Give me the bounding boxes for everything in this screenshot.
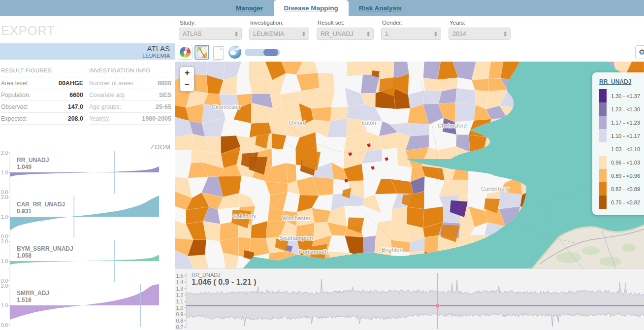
filter-label: Study:	[180, 20, 242, 26]
legend-title: RR_UNADJ	[599, 78, 643, 85]
legend-range-label: 0.96 - <1.03	[611, 160, 640, 165]
map-settings-button[interactable]: ⚙	[635, 45, 644, 59]
legend-swatch	[599, 102, 607, 116]
distribution-charts: 2.01.00.0RR_UNADJ1.0492.01.00.0CAR_RR_UN…	[0, 150, 175, 328]
stepper-arrows-icon	[235, 32, 238, 36]
select-gender[interactable]: 1	[381, 28, 441, 40]
filter-result-set: Result set:RR_UNADJ	[317, 20, 374, 40]
investigation-info-rows: Number of areas:8800Covariate adj:SESAge…	[89, 77, 171, 125]
select-value: ATLAS	[183, 31, 202, 37]
legend-item: 1.23 - <1.30	[599, 102, 643, 116]
map-zoom-out-button[interactable]: −	[180, 79, 194, 91]
legend-item: 0.96 - <1.03	[599, 156, 643, 169]
legend-rows: 1.30 - <1.371.23 - <1.301.17 - <1.231.10…	[599, 89, 643, 209]
svg-text:0.0: 0.0	[1, 234, 8, 239]
svg-text:0.0: 0.0	[1, 278, 8, 284]
color-scheme-button[interactable]	[178, 45, 193, 60]
city-label-southampton: Southampton	[279, 235, 313, 241]
table-row: Covariate adj:SES	[89, 89, 171, 101]
study-banner-name: ATLAS	[0, 44, 170, 53]
map-options-toggle[interactable]	[245, 49, 280, 56]
select-result-set[interactable]: RR_UNADJ	[317, 28, 374, 40]
legend-swatch	[599, 182, 607, 196]
legend-range-label: 0.75 - <0.82	[611, 199, 640, 205]
svg-text:2.0: 2.0	[1, 283, 8, 289]
basemap-globe-button[interactable]	[228, 46, 241, 59]
nav-tabs: ManagerDisease MappingRisk Analysis	[225, 0, 412, 16]
dist-chart-title: RR_UNADJ	[17, 157, 49, 164]
svg-text:1.0: 1.0	[1, 214, 8, 220]
select-value: 2014	[452, 31, 466, 37]
tab-risk-analysis[interactable]: Risk Analysis	[349, 0, 412, 16]
rr-band-value: 1.046 ( 0.9 - 1.21 )	[192, 278, 257, 287]
legend-item: 1.17 - <1.23	[599, 116, 643, 129]
svg-text:0.0: 0.0	[1, 190, 8, 195]
svg-text:2.0: 2.0	[1, 239, 8, 244]
legend-swatch	[599, 156, 607, 169]
legend-swatch	[599, 116, 607, 129]
dist-chart-smrr-adj[interactable]: 2.01.00.0SMRR_ADJ1.516	[0, 283, 175, 328]
svg-text:0.9: 0.9	[176, 311, 183, 317]
map-zoom-in-button[interactable]: +	[180, 67, 194, 79]
svg-text:1.0: 1.0	[176, 305, 183, 311]
city-label-oxford: Oxford	[289, 120, 306, 126]
filter-label: Investigation:	[250, 20, 309, 26]
tab-disease-mapping[interactable]: Disease Mapping	[274, 0, 349, 16]
legend-range-label: 0.89 - <0.96	[611, 173, 640, 179]
row-value: 8800	[158, 80, 171, 87]
row-label: Expected:	[1, 115, 27, 122]
select-investigation[interactable]: LEUKEMIA	[249, 28, 309, 40]
legend-item: 1.30 - <1.37	[599, 89, 643, 102]
svg-text:0.7: 0.7	[176, 324, 183, 330]
city-label-luton: Luton	[362, 120, 376, 126]
legend-swatch	[599, 129, 607, 142]
select-study[interactable]: ATLAS	[179, 28, 242, 40]
info-tables: RESULT FIGURES Area level:00AHGEPopulati…	[1, 67, 171, 125]
row-label: Covariate adj:	[89, 92, 126, 99]
select-years[interactable]: 2014	[449, 28, 511, 40]
svg-text:1.5: 1.5	[176, 273, 183, 279]
tab-manager[interactable]: Manager	[225, 0, 274, 16]
stepper-arrows-icon	[367, 32, 370, 36]
map-legend: RR_UNADJ 1.30 - <1.371.23 - <1.301.17 - …	[592, 72, 644, 215]
export-report-button[interactable]	[213, 46, 224, 60]
dist-chart-rr-unadj[interactable]: 2.01.00.0RR_UNADJ1.049	[0, 150, 175, 195]
svg-text:1.1: 1.1	[176, 298, 183, 304]
dist-chart-car-rr-unadj[interactable]: 2.01.00.0CAR_RR_UNADJ0.931	[0, 195, 175, 239]
top-navigation-bar: ManagerDisease MappingRisk Analysis	[0, 0, 644, 16]
svg-text:1.2: 1.2	[176, 292, 183, 298]
city-label-salisbury: Salisbury	[233, 213, 257, 219]
export-section-header[interactable]: EXPORT	[1, 23, 55, 38]
color-wheel-icon	[180, 47, 191, 58]
dist-chart-title: BYM_SSRR_UNADJ	[17, 245, 73, 252]
legend-range-label: 1.17 - <1.23	[611, 120, 640, 126]
filter-investigation: Investigation:LEUKEMIA	[249, 20, 309, 40]
svg-text:1.0: 1.0	[1, 170, 8, 175]
legend-range-label: 1.23 - <1.30	[611, 106, 640, 112]
rr-band-chart[interactable]: 1.51.41.31.21.11.00.90.80.7 RR_UNADJ 1.0…	[175, 268, 644, 330]
dist-chart-bym-ssrr-unadj[interactable]: 2.01.00.0BYM_SSRR_UNADJ1.058	[0, 239, 175, 283]
stepper-arrows-icon	[434, 32, 437, 36]
choropleth-map[interactable]: CirencesterOxfordLutonChelmsfordCanterbu…	[175, 62, 644, 268]
legend-item: 1.10 - <1.17	[599, 129, 643, 142]
stepper-arrows-icon	[302, 32, 305, 36]
study-banner-investigation: LEUKEMIA	[0, 53, 170, 59]
map-canvas[interactable]: CirencesterOxfordLutonChelmsfordCanterbu…	[175, 62, 644, 268]
choropleth-map-button[interactable]	[194, 45, 209, 60]
legend-range-label: 0.82 - <0.89	[611, 186, 640, 192]
legend-swatch	[599, 196, 607, 209]
row-value: 6600	[69, 92, 83, 99]
table-row: Area level:00AHGE	[1, 77, 83, 89]
select-value: 1	[385, 31, 388, 37]
legend-range-label: 1.10 - <1.17	[611, 133, 640, 139]
legend-swatch	[599, 142, 607, 156]
study-banner: ATLAS LEUKEMIA	[0, 43, 175, 60]
row-label: Area level:	[1, 80, 29, 87]
row-value: 1980-2005	[142, 115, 171, 122]
city-label-canterbury: Canterbury	[481, 186, 509, 192]
dist-chart-title: CAR_RR_UNADJ	[17, 201, 65, 208]
result-figures-table: RESULT FIGURES Area level:00AHGEPopulati…	[1, 67, 83, 125]
city-label-cirencester: Cirencester	[212, 104, 241, 110]
svg-text:2.0: 2.0	[1, 195, 8, 200]
filter-row: Study:ATLASInvestigation:LEUKEMIAResult …	[179, 20, 511, 40]
